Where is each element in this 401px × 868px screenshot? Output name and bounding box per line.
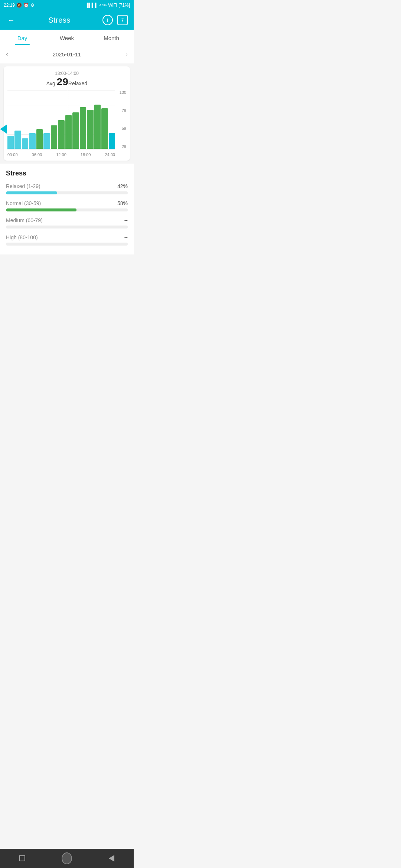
tab-week[interactable]: Week xyxy=(45,30,89,45)
chart-bar-8 xyxy=(65,115,72,149)
back-icon: ← xyxy=(7,16,15,24)
battery-icon: [71%] xyxy=(118,3,130,8)
stress-item-high-header: High (80-100) -- xyxy=(6,234,128,240)
y-label-79: 79 xyxy=(122,108,126,113)
chart-bar-14 xyxy=(109,133,115,149)
status-indicators: ▐▌▌▌ 4.5G WiFi [71%] xyxy=(85,3,130,8)
battery-percent: 71 xyxy=(120,3,125,8)
chart-bar-5 xyxy=(43,133,50,149)
chart-avg-category: Relaxed xyxy=(68,80,87,86)
relaxed-value: 42% xyxy=(117,183,128,189)
normal-value: 58% xyxy=(117,200,128,206)
high-label: High (80-100) xyxy=(6,234,38,240)
stress-item-high: High (80-100) -- xyxy=(6,234,128,246)
tab-month-label: Month xyxy=(104,35,119,41)
chart-cursor-line xyxy=(68,90,68,149)
tab-month[interactable]: Month xyxy=(89,30,134,45)
info-button[interactable]: i xyxy=(102,15,113,25)
normal-label: Normal (30-59) xyxy=(6,200,41,206)
relaxed-label: Relaxed (1-29) xyxy=(6,183,40,189)
chart-bars xyxy=(7,90,115,149)
chart-avg-line: Avg:29Relaxed xyxy=(7,76,126,88)
chart-y-labels: 100 79 59 29 xyxy=(120,90,126,149)
stress-section-title: Stress xyxy=(6,170,128,177)
calendar-button[interactable]: 7 xyxy=(117,15,128,25)
medium-value: -- xyxy=(124,217,128,223)
chart-prev-button[interactable] xyxy=(0,125,7,134)
chart-avg-value: 29 xyxy=(57,76,68,88)
header-actions: i 7 xyxy=(102,15,128,25)
chart-avg-label: Avg: xyxy=(46,80,57,86)
prev-date-button[interactable]: ‹ xyxy=(6,50,8,58)
medium-progress-bg xyxy=(6,226,128,228)
stress-summary: Stress Relaxed (1-29) 42% Normal (30-59)… xyxy=(0,164,134,254)
medium-label: Medium (60-79) xyxy=(6,217,43,223)
chart-info: 13:00-14:00 Avg:29Relaxed xyxy=(7,71,126,88)
tab-day[interactable]: Day xyxy=(0,30,45,45)
date-navigation: ‹ 2025-01-11 › xyxy=(0,45,134,63)
x-label-0000: 00:00 xyxy=(7,152,18,157)
normal-progress-fill xyxy=(6,208,76,211)
signal-icon: ▐▌▌▌ xyxy=(85,3,98,8)
stress-item-medium-header: Medium (60-79) -- xyxy=(6,217,128,223)
tab-bar: Day Week Month xyxy=(0,30,134,45)
status-bar: 22:19 🔕 ⏰ ⚙ ▐▌▌▌ 4.5G WiFi [71%] xyxy=(0,0,134,10)
chart-visual: 100 79 59 29 00:00 06:00 12:00 18:00 24:… xyxy=(7,90,126,157)
status-time: 22:19 🔕 ⏰ ⚙ xyxy=(4,3,35,8)
chart-bar-3 xyxy=(29,133,35,149)
y-label-100: 100 xyxy=(120,90,126,95)
stress-item-medium: Medium (60-79) -- xyxy=(6,217,128,228)
x-label-1800: 18:00 xyxy=(81,152,91,157)
mute-icon: 🔕 xyxy=(16,3,22,8)
high-progress-bg xyxy=(6,243,128,246)
y-label-59: 59 xyxy=(122,126,126,131)
chart-bar-9 xyxy=(72,112,79,149)
calendar-icon: 7 xyxy=(121,18,124,22)
chart-time-range: 13:00-14:00 xyxy=(7,71,126,76)
x-label-1200: 12:00 xyxy=(56,152,66,157)
stress-chart: 13:00-14:00 Avg:29Relaxed 100 79 59 29 0… xyxy=(4,66,130,161)
chart-bar-10 xyxy=(80,107,86,149)
chart-bar-0 xyxy=(7,136,14,149)
x-label-0600: 06:00 xyxy=(32,152,42,157)
high-value: -- xyxy=(124,234,128,240)
next-date-button: › xyxy=(125,50,128,58)
settings-icon: ⚙ xyxy=(30,3,35,8)
alarm-icon: ⏰ xyxy=(23,3,29,8)
tab-week-label: Week xyxy=(60,35,74,41)
tab-day-label: Day xyxy=(17,35,27,41)
relaxed-progress-bg xyxy=(6,191,128,194)
relaxed-progress-fill xyxy=(6,191,57,194)
clock: 22:19 xyxy=(4,3,15,8)
chart-bar-7 xyxy=(58,120,64,149)
chart-bar-12 xyxy=(94,105,101,149)
chart-bar-11 xyxy=(87,110,93,149)
stress-item-normal-header: Normal (30-59) 58% xyxy=(6,200,128,206)
chart-bar-6 xyxy=(51,125,57,149)
normal-progress-bg xyxy=(6,208,128,211)
info-icon: i xyxy=(107,17,108,23)
page-title: Stress xyxy=(48,16,71,24)
chart-x-labels: 00:00 06:00 12:00 18:00 24:00 xyxy=(7,152,115,157)
current-date: 2025-01-11 xyxy=(16,51,118,57)
x-label-2400: 24:00 xyxy=(105,152,115,157)
wifi-icon: WiFi xyxy=(108,3,117,8)
chart-bar-1 xyxy=(14,131,21,149)
y-label-29: 29 xyxy=(122,144,126,149)
stress-item-relaxed: Relaxed (1-29) 42% xyxy=(6,183,128,194)
lte-icon: 4.5G xyxy=(100,3,107,7)
stress-item-normal: Normal (30-59) 58% xyxy=(6,200,128,211)
back-button[interactable]: ← xyxy=(6,15,16,25)
stress-item-relaxed-header: Relaxed (1-29) 42% xyxy=(6,183,128,189)
chart-bar-13 xyxy=(101,108,108,149)
chart-bar-4 xyxy=(36,129,43,149)
chart-bar-2 xyxy=(22,138,28,149)
app-header: ← Stress i 7 xyxy=(0,10,134,30)
